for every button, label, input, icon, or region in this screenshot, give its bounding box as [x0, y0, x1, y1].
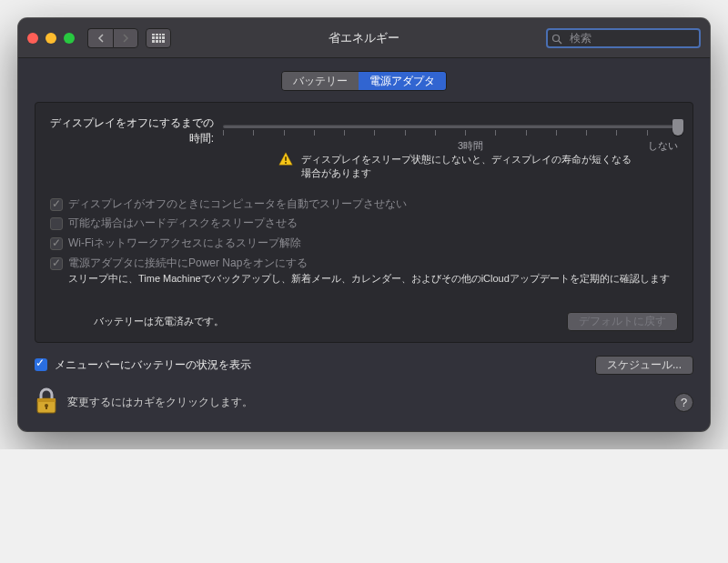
- menubar-row: メニューバーにバッテリーの状況を表示 スケジュール...: [35, 356, 693, 375]
- check-power-nap-box[interactable]: [50, 257, 63, 270]
- zoom-button[interactable]: [64, 33, 75, 44]
- display-sleep-slider[interactable]: [223, 117, 678, 136]
- display-sleep-row: ディスプレイをオフにするまでの時間: 1分 3時間 しない: [50, 116, 678, 181]
- checkbox-group: ディスプレイがオフのときにコンピュータを自動でスリープさせない 可能な場合はハー…: [50, 197, 678, 287]
- chevron-right-icon: [122, 34, 129, 43]
- lock-text: 変更するにはカギをクリックします。: [67, 395, 253, 410]
- svg-rect-2: [285, 156, 287, 161]
- svg-line-1: [559, 41, 561, 44]
- check-prevent-sleep[interactable]: ディスプレイがオフのときにコンピュータを自動でスリープさせない: [50, 197, 678, 212]
- lock-icon[interactable]: [35, 387, 58, 418]
- slider-thumb[interactable]: [672, 119, 683, 136]
- back-button[interactable]: [87, 28, 113, 48]
- lock-row: 変更するにはカギをクリックします。 ?: [35, 387, 693, 418]
- svg-rect-5: [37, 398, 56, 402]
- warning-icon: [278, 151, 294, 181]
- check-hd-sleep-box[interactable]: [50, 217, 63, 230]
- tab-power-adapter[interactable]: 電源アダプタ: [359, 72, 446, 90]
- close-button[interactable]: [27, 33, 38, 44]
- show-in-menubar-checkbox[interactable]: [35, 358, 47, 371]
- warning-row: ディスプレイをスリープ状態にしないと、ディスプレイの寿命が短くなる場合があります: [278, 151, 632, 181]
- settings-panel: ディスプレイをオフにするまでの時間: 1分 3時間 しない: [35, 102, 693, 343]
- battery-status: バッテリーは充電済みです。: [94, 315, 224, 328]
- energy-saver-window: 省エネルギー バッテリー 電源アダプタ ディスプレイをオフにするまでの時間:: [18, 18, 710, 431]
- svg-rect-7: [46, 406, 47, 409]
- panel-footer: バッテリーは充電済みです。 デフォルトに戻す: [50, 312, 678, 331]
- titlebar: 省エネルギー: [18, 18, 710, 58]
- search-input[interactable]: [546, 28, 701, 48]
- grid-icon: [152, 34, 165, 43]
- help-button[interactable]: ?: [674, 393, 693, 412]
- schedule-button[interactable]: スケジュール...: [595, 356, 693, 375]
- tab-battery[interactable]: バッテリー: [282, 72, 359, 90]
- restore-defaults-button[interactable]: デフォルトに戻す: [567, 312, 678, 331]
- traffic-lights: [27, 33, 75, 44]
- show-in-menubar-label: メニューバーにバッテリーの状況を表示: [55, 357, 251, 373]
- check-wake-wifi-box[interactable]: [50, 237, 63, 250]
- check-prevent-sleep-box[interactable]: [50, 198, 63, 211]
- minimize-button[interactable]: [46, 33, 56, 44]
- slider-mark-never: しない: [648, 139, 678, 153]
- check-hd-sleep[interactable]: 可能な場合はハードディスクをスリープさせる: [50, 216, 678, 231]
- check-power-nap[interactable]: 電源アダプタに接続中にPower Napをオンにする: [50, 256, 678, 271]
- search-wrap: [546, 28, 701, 48]
- search-icon: [551, 32, 562, 48]
- chevron-left-icon: [97, 34, 105, 43]
- nav-buttons: [87, 28, 138, 48]
- check-wake-wifi[interactable]: Wi-Fiネットワークアクセスによるスリープ解除: [50, 236, 678, 251]
- slider-mark-3h: 3時間: [458, 139, 483, 153]
- show-all-button[interactable]: [146, 28, 171, 48]
- warning-text: ディスプレイをスリープ状態にしないと、ディスプレイの寿命が短くなる場合があります: [301, 151, 632, 181]
- display-sleep-label: ディスプレイをオフにするまでの時間:: [50, 116, 214, 146]
- power-nap-note: スリープ中に、Time Machineでバックアップし、新着メール、カレンダー、…: [68, 272, 678, 286]
- forward-button[interactable]: [113, 28, 138, 48]
- svg-rect-3: [285, 162, 287, 164]
- svg-point-0: [553, 35, 560, 41]
- body: バッテリー 電源アダプタ ディスプレイをオフにするまでの時間: 1分 3時間 し…: [18, 58, 710, 431]
- tab-bar: バッテリー 電源アダプタ: [35, 71, 693, 91]
